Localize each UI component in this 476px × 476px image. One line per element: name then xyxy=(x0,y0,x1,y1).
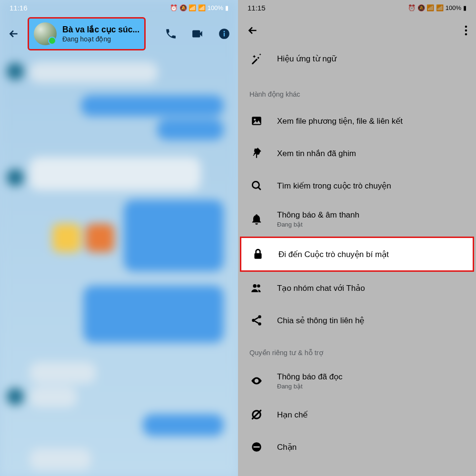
restrict-icon xyxy=(249,408,264,421)
search-icon xyxy=(249,179,264,192)
item-secret-conversation[interactable]: Đi đến Cuộc trò chuyện bí mật xyxy=(241,238,473,270)
people-icon xyxy=(249,282,264,294)
item-view-pinned[interactable]: Xem tin nhắn đã ghim xyxy=(238,137,476,169)
chat-profile-button[interactable]: Bà va lắc cục súc... Đang hoạt động xyxy=(28,17,146,50)
magic-wand-icon xyxy=(249,52,264,65)
item-label: Hiệu ứng từ ngữ xyxy=(277,54,337,64)
image-icon xyxy=(249,115,264,127)
settings-list: Hiệu ứng từ ngữ Hành động khác Xem file … xyxy=(238,46,476,463)
svg-rect-1 xyxy=(224,33,225,37)
item-label: Tìm kiếm trong cuộc trò chuyện xyxy=(277,181,391,191)
eye-icon xyxy=(249,375,264,387)
svg-rect-18 xyxy=(254,446,260,448)
item-sublabel: Đang bật xyxy=(277,221,359,228)
bell-icon xyxy=(249,213,264,226)
svg-point-16 xyxy=(256,380,258,382)
status-icons: ⏰ 🔕 📶 📶 100% ▮ xyxy=(408,4,466,11)
profile-text: Bà va lắc cục súc... Đang hoạt động xyxy=(62,24,139,44)
section-other-actions: Hành động khác xyxy=(238,78,476,105)
item-block[interactable]: Chặn xyxy=(238,431,476,463)
item-search[interactable]: Tìm kiếm trong cuộc trò chuyện xyxy=(238,169,476,202)
svg-rect-8 xyxy=(256,154,257,158)
more-icon[interactable] xyxy=(465,25,467,36)
svg-point-3 xyxy=(465,26,467,28)
info-icon[interactable] xyxy=(218,28,230,40)
svg-point-7 xyxy=(254,119,256,120)
chat-title: Bà va lắc cục súc... xyxy=(62,24,139,35)
item-secret-conversation-highlight: Đi đến Cuộc trò chuyện bí mật xyxy=(240,237,474,272)
lock-icon xyxy=(251,248,265,260)
svg-point-2 xyxy=(224,31,225,32)
share-icon xyxy=(249,314,264,327)
item-label: Chia sẻ thông tin liên hệ xyxy=(277,316,365,326)
svg-point-9 xyxy=(252,181,259,188)
item-read-receipts[interactable]: Thông báo đã đọc Đang bật xyxy=(238,363,476,398)
blurred-chat-bg xyxy=(0,0,238,476)
item-label: Thông báo đã đọc xyxy=(277,372,343,382)
svg-point-11 xyxy=(253,284,257,288)
item-view-media[interactable]: Xem file phương tiện, file & liên kết xyxy=(238,105,476,137)
item-label: Chặn xyxy=(277,442,297,452)
svg-point-15 xyxy=(258,322,261,326)
block-icon xyxy=(249,441,264,453)
item-restrict[interactable]: Hạn chế xyxy=(238,398,476,431)
left-screenshot: 11:16 ⏰ 🔕 📶 📶 100% ▮ Bà va lắc cục súc..… xyxy=(0,0,238,476)
right-screenshot: 11:15 ⏰ 🔕 📶 📶 100% ▮ Hiệu ứng từ ngữ Hàn… xyxy=(238,0,476,476)
item-sublabel: Đang bật xyxy=(277,383,343,390)
back-icon[interactable] xyxy=(247,24,259,37)
svg-point-14 xyxy=(252,319,255,322)
call-icon[interactable] xyxy=(165,28,177,40)
item-word-effects[interactable]: Hiệu ứng từ ngữ xyxy=(238,46,476,78)
section-privacy: Quyền riêng tư & hỗ trợ xyxy=(238,337,476,363)
item-share-contact[interactable]: Chia sẻ thông tin liên hệ xyxy=(238,304,476,337)
item-label: Thông báo & âm thanh xyxy=(277,210,359,220)
back-icon[interactable] xyxy=(8,28,20,40)
item-label: Tạo nhóm chat với Thảo xyxy=(277,283,365,293)
svg-point-4 xyxy=(465,30,467,32)
chat-header: Bà va lắc cục súc... Đang hoạt động xyxy=(0,15,238,52)
item-notifications[interactable]: Thông báo & âm thanh Đang bật xyxy=(238,202,476,237)
item-label: Xem file phương tiện, file & liên kết xyxy=(277,116,403,126)
item-label: Hạn chế xyxy=(277,410,307,420)
avatar xyxy=(34,22,57,45)
svg-point-12 xyxy=(257,284,260,288)
item-label: Xem tin nhắn đã ghim xyxy=(277,149,356,159)
pin-icon xyxy=(249,147,264,159)
status-time: 11:15 xyxy=(248,4,266,12)
status-icons: ⏰ 🔕 📶 📶 100% ▮ xyxy=(170,4,228,11)
svg-point-13 xyxy=(258,315,261,318)
status-time: 11:16 xyxy=(10,4,28,12)
status-bar: 11:15 ⏰ 🔕 📶 📶 100% ▮ xyxy=(238,0,476,15)
chat-status: Đang hoạt động xyxy=(62,35,139,43)
video-icon[interactable] xyxy=(190,28,205,40)
item-create-group[interactable]: Tạo nhóm chat với Thảo xyxy=(238,272,476,304)
svg-point-5 xyxy=(465,33,467,36)
svg-rect-10 xyxy=(254,253,261,259)
status-bar: 11:16 ⏰ 🔕 📶 📶 100% ▮ xyxy=(0,0,238,15)
settings-header xyxy=(238,15,476,46)
item-label: Đi đến Cuộc trò chuyện bí mật xyxy=(278,249,389,259)
